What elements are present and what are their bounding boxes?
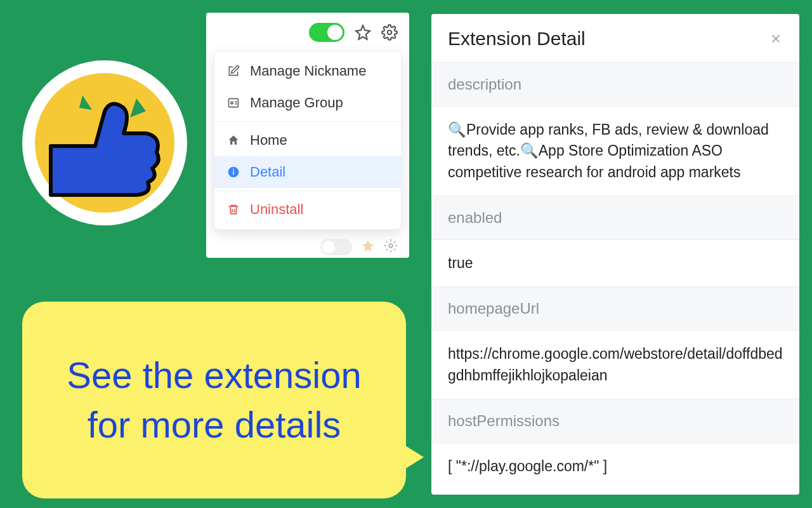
svg-point-2: [231, 102, 233, 104]
menu-manage-nickname[interactable]: Manage Nickname: [214, 55, 401, 87]
gear-icon[interactable]: [384, 239, 398, 255]
speech-text: See the extension for more details: [48, 351, 381, 450]
menu-label: Home: [250, 132, 287, 149]
popup-toolbar: [206, 13, 409, 51]
close-icon[interactable]: [769, 32, 783, 46]
menu-uninstall[interactable]: Uninstall: [214, 194, 401, 225]
field-value-homepageurl: https://chrome.google.com/webstore/detai…: [431, 331, 799, 399]
extension-popup: Manage Nickname Manage Group Home Detail: [206, 13, 409, 258]
svg-point-6: [389, 244, 393, 248]
menu-manage-group[interactable]: Manage Group: [214, 87, 401, 119]
menu-label: Uninstall: [250, 201, 303, 218]
menu-label: Detail: [250, 164, 285, 180]
svg-point-0: [388, 30, 392, 35]
menu-detail[interactable]: Detail: [214, 156, 401, 188]
extension-detail-panel: Extension Detail description 🔍Provide ap…: [431, 14, 799, 495]
field-value-description: 🔍Provide app ranks, FB ads, review & dow…: [431, 107, 799, 196]
detail-header: Extension Detail: [431, 14, 799, 62]
popup-footer-row: [206, 237, 409, 255]
field-label-homepageurl: homepageUrl: [431, 286, 799, 331]
menu-label: Manage Group: [250, 95, 343, 111]
context-menu: Manage Nickname Manage Group Home Detail: [214, 51, 402, 230]
star-icon[interactable]: [355, 24, 371, 41]
detail-title: Extension Detail: [448, 28, 586, 50]
trash-icon: [227, 203, 241, 216]
menu-separator: [214, 190, 401, 191]
svg-rect-5: [233, 169, 234, 170]
svg-rect-4: [233, 171, 234, 175]
group-icon: [227, 97, 241, 109]
menu-home[interactable]: Home: [214, 124, 401, 156]
home-icon: [227, 134, 241, 147]
field-value-hostpermissions: [ "*://play.google.com/*" ]: [431, 443, 799, 490]
field-label-hostpermissions: hostPermissions: [431, 399, 799, 443]
menu-separator: [214, 121, 401, 122]
speech-bubble: See the extension for more details: [22, 302, 406, 498]
enable-toggle[interactable]: [309, 23, 344, 42]
field-label-description: description: [431, 62, 799, 107]
thumbs-up-sticker: [22, 60, 187, 225]
field-value-enabled: true: [431, 240, 799, 286]
field-label-enabled: enabled: [431, 196, 799, 240]
info-icon: [227, 166, 241, 178]
disabled-toggle[interactable]: [320, 239, 352, 255]
menu-label: Manage Nickname: [250, 63, 366, 79]
gear-icon[interactable]: [381, 24, 398, 41]
edit-icon: [227, 65, 241, 77]
star-filled-icon[interactable]: [361, 239, 375, 255]
